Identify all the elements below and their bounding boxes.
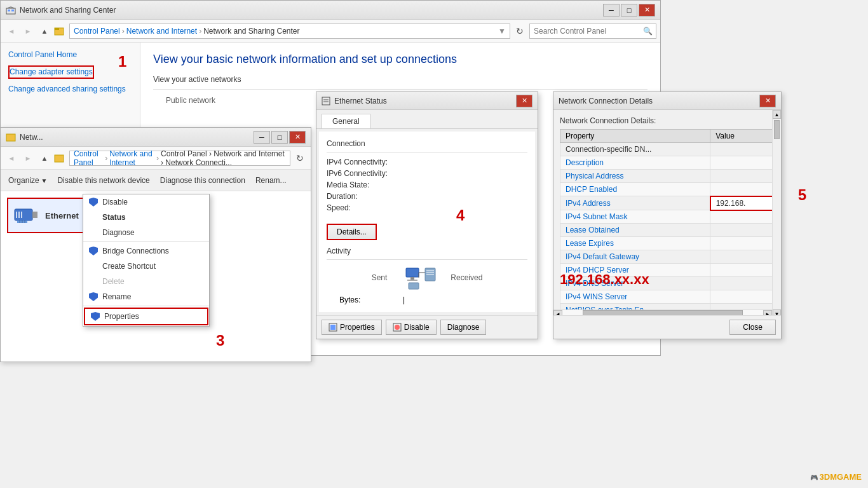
bytes-bar: |	[403, 295, 405, 304]
ctx-shortcut[interactable]: Create Shortcut	[83, 259, 209, 274]
net-toolbar: Organize Disable this network device Dia…	[1, 170, 311, 191]
es-properties-label: Properties	[340, 323, 375, 332]
net-bc-ni[interactable]: Network and Internet	[109, 149, 154, 167]
ethernet-status-window: Ethernet Status ✕ General Connection IPv…	[316, 92, 538, 339]
es-disable-label: Disable	[404, 323, 430, 332]
ncd-body: Network Connection Details: Property Val…	[553, 110, 781, 323]
breadcrumb-current: Network and Sharing Center	[203, 27, 299, 36]
breadcrumb-dropdown[interactable]: ▼	[498, 27, 506, 36]
es-icon	[322, 97, 330, 105]
ncd-val-0	[710, 143, 774, 156]
diagnose-btn[interactable]: Diagnose this connection	[158, 175, 248, 186]
svg-rect-5	[6, 134, 15, 141]
forward-button[interactable]: ►	[21, 24, 35, 38]
ncd-scrollbar[interactable]: ▲ ▼	[772, 110, 781, 318]
ncd-row-3: DHCP Enabled	[560, 183, 775, 196]
net-close-btn[interactable]: ✕	[289, 131, 306, 144]
rename-btn[interactable]: Renam...	[253, 175, 289, 186]
ctx-bridge[interactable]: Bridge Connections	[83, 243, 209, 259]
ncd-footer: Close	[553, 315, 781, 339]
es-row-speed: Speed:	[327, 203, 527, 212]
details-button[interactable]: Details...	[327, 224, 377, 240]
net-minimize-btn[interactable]: ─	[254, 131, 270, 144]
bytes-label: Bytes:	[339, 295, 371, 304]
tab-general[interactable]: General	[322, 114, 370, 128]
svg-rect-20	[410, 277, 414, 280]
ctx-rename-icon	[88, 292, 98, 302]
annotation-3: 3	[216, 332, 224, 349]
breadcrumb-bar: Control Panel › Network and Internet › N…	[69, 24, 510, 39]
ctx-rename[interactable]: Rename	[83, 289, 209, 304]
net-window-icon	[6, 132, 16, 142]
scroll-up-btn[interactable]: ▲	[773, 110, 781, 119]
disable-icon	[393, 323, 402, 332]
es-close-btn[interactable]: ✕	[516, 95, 532, 107]
net-refresh-btn[interactable]: ↻	[293, 151, 307, 165]
ncd-val-1	[710, 156, 774, 170]
ctx-diagnose[interactable]: Diagnose	[83, 225, 209, 240]
es-ipv6-label: IPv6 Connectivity:	[327, 169, 403, 178]
organize-btn[interactable]: Organize	[6, 175, 50, 186]
ctx-bridge-icon	[88, 246, 98, 256]
main-window-title: Network and Sharing Center	[20, 6, 116, 15]
ncd-row-11: IPv4 WINS Server	[560, 290, 775, 304]
net-window-title: Netw...	[20, 133, 43, 142]
back-button[interactable]: ◄	[4, 24, 18, 38]
ctx-properties[interactable]: Properties	[84, 308, 208, 325]
es-row-media: Media State:	[327, 180, 527, 189]
title-controls: ─ □ ✕	[603, 4, 655, 17]
svg-rect-7	[15, 209, 32, 220]
disable-device-btn[interactable]: Disable this network device	[55, 175, 152, 186]
net-up-btn[interactable]: ▲	[37, 151, 51, 165]
up-button[interactable]: ▲	[37, 24, 51, 38]
sent-label: Sent	[372, 273, 388, 282]
es-disable-btn[interactable]: Disable	[386, 320, 437, 335]
es-ipv4-label: IPv4 Connectivity:	[327, 158, 403, 166]
ncd-prop-11: IPv4 WINS Server	[560, 290, 710, 304]
ncd-title: Network Connection Details	[559, 97, 653, 105]
ctx-sep2	[83, 306, 209, 306]
large-ip-text: 192.168.xx.xx	[560, 271, 649, 288]
ncd-window: Network Connection Details ✕ Network Con…	[553, 92, 782, 339]
scrollbar-thumb[interactable]	[774, 120, 780, 139]
net-restore-btn[interactable]: □	[271, 131, 288, 144]
ncd-val-4: 192.168.	[710, 196, 774, 210]
breadcrumb-icon	[54, 26, 64, 36]
context-menu: Disable Status Diagnose Bridge Connectio…	[83, 194, 210, 327]
close-button[interactable]: ✕	[639, 4, 655, 17]
restore-button[interactable]: □	[621, 4, 637, 17]
ncd-val-6	[710, 224, 774, 237]
net-title-controls: ─ □ ✕	[254, 131, 306, 144]
ncd-col-property: Property	[560, 130, 710, 143]
breadcrumb-network-internet[interactable]: Network and Internet	[126, 27, 197, 36]
minimize-button[interactable]: ─	[603, 4, 620, 17]
search-input[interactable]	[529, 24, 656, 39]
sidebar-home-link[interactable]: Control Panel Home	[8, 50, 132, 59]
ethernet-labels: Ethernet	[45, 211, 79, 220]
ncd-prop-4: IPv4 Address	[560, 196, 710, 210]
es-diagnose-btn[interactable]: Diagnose	[440, 320, 487, 335]
net-bc-cp[interactable]: Control Panel	[74, 149, 103, 167]
es-speed-label: Speed:	[327, 203, 403, 212]
ctx-status[interactable]: Status	[83, 210, 209, 225]
refresh-button[interactable]: ↻	[513, 24, 527, 38]
ctx-disable[interactable]: Disable	[83, 194, 209, 210]
sidebar-change-adapter-link[interactable]: Change adapter settings	[10, 67, 93, 78]
ncd-close-button[interactable]: Close	[729, 320, 776, 335]
public-network-label: Public network	[166, 96, 215, 105]
es-row-ipv4: IPv4 Connectivity:	[327, 158, 527, 166]
es-properties-btn[interactable]: Properties	[322, 320, 382, 335]
net-forward-btn[interactable]: ►	[21, 151, 35, 165]
es-duration-label: Duration:	[327, 192, 403, 201]
ncd-table: Property Value Connection-specific DN...…	[560, 129, 775, 317]
ncd-col-value: Value	[710, 130, 774, 143]
sidebar-advanced-sharing-link[interactable]: Change advanced sharing settings	[8, 84, 132, 95]
ncd-close-btn[interactable]: ✕	[759, 95, 776, 107]
es-media-label: Media State:	[327, 180, 403, 189]
ncd-prop-5: IPv4 Subnet Mask	[560, 210, 710, 224]
tab-bar: General	[316, 110, 538, 129]
breadcrumb-control-panel[interactable]: Control Panel	[74, 27, 120, 36]
ncd-val-3	[710, 183, 774, 196]
net-back-btn[interactable]: ◄	[4, 151, 18, 165]
properties-icon	[329, 323, 337, 332]
